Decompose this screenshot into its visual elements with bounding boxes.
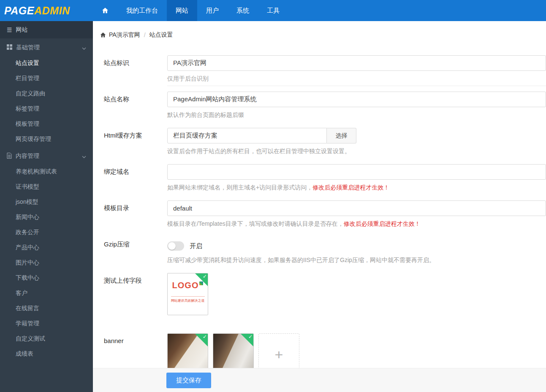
field-label: Html缓存方案 — [104, 128, 167, 155]
site-settings-form: 站点标识 仅用于后台识别 站点名称 默认作为前台页面的标题后缀 Html缓存方案… — [93, 39, 546, 376]
sidebar-item-template-manage[interactable]: 模板管理 — [0, 116, 93, 132]
check-icon: ✓ — [203, 273, 207, 279]
sidebar-item-json-model[interactable]: json模型 — [0, 195, 93, 210]
footer-action-bar: 提交保存 — [93, 368, 546, 392]
plus-icon: + — [275, 346, 283, 363]
sidebar-item-score-table[interactable]: 成绩表 — [0, 346, 93, 362]
field-help: 仅用于后台识别 — [167, 75, 546, 83]
sidebar-item-guestbook[interactable]: 在线留言 — [0, 301, 93, 316]
sidebar-item-student-manage[interactable]: 学籍管理 — [0, 316, 93, 331]
sidebar-group-content[interactable]: 内容管理 — [0, 148, 93, 164]
sidebar-item-tag-manage[interactable]: 标签管理 — [0, 101, 93, 116]
html-cache-input-group: 选择 — [167, 128, 356, 143]
sidebar-item-gov-public[interactable]: 政务公开 — [0, 225, 93, 240]
breadcrumb: PA演示官网 / 站点设置 — [93, 21, 546, 39]
nav-item-users[interactable]: 用户 — [197, 0, 228, 21]
site-id-input[interactable] — [167, 55, 546, 71]
field-label: 绑定域名 — [104, 164, 167, 192]
field-site-name: 站点名称 默认作为前台页面的标题后缀 — [104, 92, 546, 119]
submit-save-button[interactable]: 提交保存 — [166, 373, 211, 388]
home-icon — [102, 7, 109, 14]
sidebar-item-customers[interactable]: 客户 — [0, 286, 93, 301]
chevron-down-icon — [82, 153, 86, 160]
pageadmin-logo: PAGEADMIN — [0, 0, 93, 21]
breadcrumb-separator: / — [143, 32, 147, 38]
breadcrumb-page: 站点设置 — [149, 31, 173, 39]
sidebar-item-custom-test[interactable]: 自定义测试 — [0, 331, 93, 346]
grid-icon — [7, 44, 12, 51]
gzip-toggle[interactable] — [167, 241, 184, 251]
sidebar-group-label: 基础管理 — [16, 44, 40, 51]
form-divider — [167, 86, 546, 86]
sidebar-item-product-center[interactable]: 产品中心 — [0, 240, 93, 255]
help-text: 如果网站未绑定域名，则用主域名+访问目录形式访问， — [167, 184, 312, 191]
help-warning-text: 修改后必须重启进程才生效！ — [344, 220, 421, 227]
sidebar-item-elder-test-table[interactable]: 养老机构测试表 — [0, 164, 93, 179]
toggle-knob — [168, 242, 176, 250]
field-bind-domain: 绑定域名 如果网站未绑定域名，则用主域名+访问目录形式访问，修改后必须重启进程才… — [104, 164, 546, 192]
sidebar-title: 网站 — [16, 26, 28, 34]
sidebar: ☰ 网站 基础管理 站点设置 栏目管理 自定义路由 标签管理 模板管理 网页缓存… — [0, 21, 93, 392]
field-help: 模板目录在/Templates目录下，填写或修改时请确认目录是否存在，修改后必须… — [167, 220, 546, 228]
help-warning-text: 修改后必须重启进程才生效！ — [312, 184, 389, 191]
main-content: PA演示官网 / 站点设置 站点标识 仅用于后台识别 站点名称 默认作为前台页面… — [93, 21, 546, 392]
sidebar-item-webcache-manage[interactable]: 网页缓存管理 — [0, 132, 93, 147]
document-icon — [7, 153, 12, 160]
gzip-toggle-label: 开启 — [190, 242, 202, 250]
field-label: 测试上传字段 — [104, 273, 167, 315]
sidebar-item-cert-model[interactable]: 证书模型 — [0, 179, 93, 195]
field-site-id: 站点标识 仅用于后台识别 — [104, 55, 546, 83]
field-template-dir: 模板目录 模板目录在/Templates目录下，填写或修改时请确认目录是否存在，… — [104, 200, 546, 228]
uploaded-logo-thumbnail[interactable]: LOGO 网站建设高效解决之道 ✓ — [167, 273, 208, 315]
sidebar-item-site-settings[interactable]: 站点设置 — [0, 56, 93, 71]
bind-domain-input[interactable] — [167, 164, 546, 180]
html-cache-select-button[interactable]: 选择 — [327, 128, 356, 143]
site-name-input[interactable] — [167, 92, 546, 107]
top-navbar: PAGEADMIN 我的工作台 网站 用户 系统 工具 — [0, 0, 546, 21]
sidebar-item-news-center[interactable]: 新闻中心 — [0, 210, 93, 225]
hamburger-icon[interactable]: ☰ — [7, 27, 12, 33]
field-html-cache: Html缓存方案 选择 设置后会作用于站点的所有栏目，也可以在栏目管理中独立设置… — [104, 128, 546, 155]
nav-item-workbench[interactable]: 我的工作台 — [117, 0, 167, 21]
html-cache-input[interactable] — [167, 128, 327, 143]
help-text: 模板目录在/Templates目录下，填写或修改时请确认目录是否存在， — [167, 220, 344, 227]
sidebar-group-basic[interactable]: 基础管理 — [0, 40, 93, 56]
field-label: Gzip压缩 — [104, 237, 167, 264]
field-gzip: Gzip压缩 开启 压缩可减少带宽消耗和提升访问速度，如果服务器的IIS中已开启… — [104, 237, 546, 264]
breadcrumb-site[interactable]: PA演示官网 — [109, 31, 140, 39]
nav-item-website[interactable]: 网站 — [167, 0, 197, 21]
logo-subtext: 网站建设高效解决之道 — [171, 296, 205, 303]
sidebar-item-image-center[interactable]: 图片中心 — [0, 255, 93, 270]
logo-word: LOGO — [172, 281, 199, 290]
top-nav-menu: 我的工作台 网站 用户 系统 工具 — [93, 0, 288, 21]
logo-part-page: PAGE — [4, 5, 34, 17]
field-help: 默认作为前台页面的标题后缀 — [167, 111, 546, 119]
check-icon: ✓ — [203, 334, 207, 340]
home-nav-item[interactable] — [93, 0, 117, 21]
field-help: 如果网站未绑定域名，则用主域名+访问目录形式访问，修改后必须重启进程才生效！ — [167, 184, 546, 192]
template-dir-input[interactable] — [167, 200, 546, 216]
field-label: 站点标识 — [104, 55, 167, 83]
home-icon — [100, 32, 106, 38]
chevron-down-icon — [82, 44, 86, 51]
field-label: 站点名称 — [104, 92, 167, 119]
sidebar-item-download-center[interactable]: 下载中心 — [0, 270, 93, 286]
sidebar-item-column-manage[interactable]: 栏目管理 — [0, 71, 93, 86]
field-help: 压缩可减少带宽消耗和提升访问速度，如果服务器的IIS中已开启了Gzip压缩，网站… — [167, 257, 546, 264]
sidebar-item-custom-route[interactable]: 自定义路由 — [0, 86, 93, 101]
check-icon: ✓ — [248, 334, 253, 340]
field-help: 设置后会作用于站点的所有栏目，也可以在栏目管理中独立设置设置。 — [167, 148, 546, 155]
logo-part-admin: ADMIN — [34, 5, 70, 17]
nav-item-tools[interactable]: 工具 — [258, 0, 288, 21]
field-upload-test: 测试上传字段 LOGO 网站建设高效解决之道 ✓ — [104, 273, 546, 315]
sidebar-header: ☰ 网站 — [0, 21, 93, 38]
nav-item-system[interactable]: 系统 — [228, 0, 258, 21]
sidebar-group-label: 内容管理 — [16, 152, 39, 160]
field-label: 模板目录 — [104, 200, 167, 228]
